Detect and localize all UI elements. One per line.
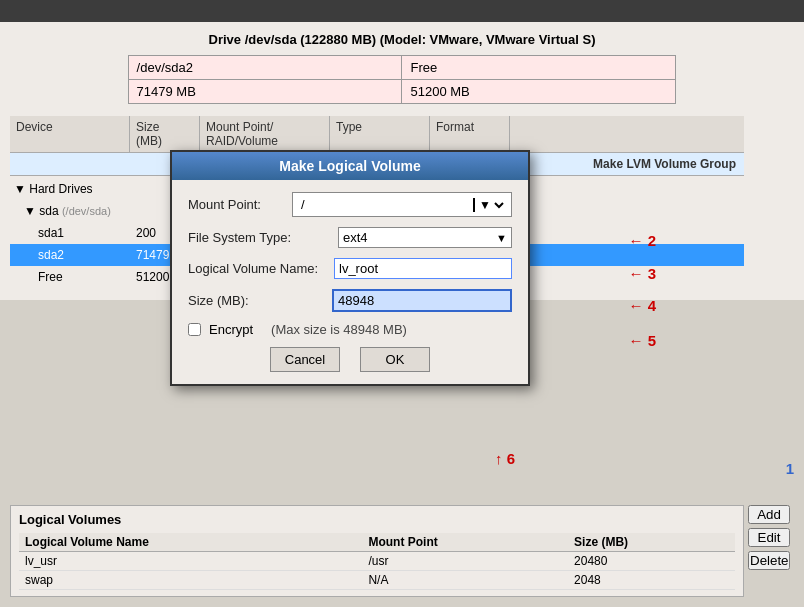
- modal-body: Mount Point: ▼ File System Type: ext4 ▼ …: [172, 180, 528, 384]
- lv-table-body: lv_usr /usr 20480 swap N/A 2048: [19, 552, 735, 590]
- lv-table-header: Logical Volume Name Mount Point Size (MB…: [19, 533, 735, 552]
- lv-mount-cell: /usr: [362, 552, 568, 571]
- lv-col-mount: Mount Point: [362, 533, 568, 552]
- add-button[interactable]: Add: [748, 505, 790, 524]
- modal-title: Make Logical Volume: [172, 152, 528, 180]
- col-device: Device: [10, 116, 130, 152]
- lv-table: Logical Volume Name Mount Point Size (MB…: [19, 533, 735, 590]
- col-size: Size(MB): [130, 116, 200, 152]
- bottom-section: Logical Volumes Logical Volume Name Moun…: [0, 501, 804, 607]
- drive-row-1: /dev/sda2 Free: [128, 56, 676, 80]
- lv-col-size: Size (MB): [568, 533, 735, 552]
- lv-mount-cell: N/A: [362, 571, 568, 590]
- lv-name-row: Logical Volume Name:: [188, 258, 512, 279]
- mount-point-input[interactable]: [297, 195, 473, 214]
- drive-free-size: 51200 MB: [402, 80, 676, 104]
- lv-table-row[interactable]: swap N/A 2048: [19, 571, 735, 590]
- mount-point-label: Mount Point:: [188, 197, 292, 212]
- drive-info-table: /dev/sda2 Free 71479 MB 51200 MB: [128, 55, 677, 104]
- mount-point-row: Mount Point: ▼: [188, 192, 512, 217]
- device-sda1: sda1: [10, 224, 130, 242]
- drive-device: /dev/sda2: [128, 56, 402, 80]
- logical-volumes-section: Logical Volumes Logical Volume Name Moun…: [10, 505, 744, 597]
- encrypt-label[interactable]: Encrypt: [209, 322, 253, 337]
- col-format: Format: [430, 116, 510, 152]
- filesystem-dropdown-arrow[interactable]: ▼: [496, 232, 507, 244]
- edit-button[interactable]: Edit: [748, 528, 790, 547]
- filesystem-type-row: File System Type: ext4 ▼: [188, 227, 512, 248]
- modal-buttons: Cancel OK: [188, 347, 512, 372]
- ok-button[interactable]: OK: [360, 347, 430, 372]
- drive-free-label: Free: [402, 56, 676, 80]
- lv-name-input[interactable]: [334, 258, 512, 279]
- col-type: Type: [330, 116, 430, 152]
- top-bar: [0, 0, 804, 22]
- lv-action-buttons: Add Edit Delete: [744, 501, 794, 597]
- lv-size-cell: 20480: [568, 552, 735, 571]
- lv-table-row[interactable]: lv_usr /usr 20480: [19, 552, 735, 571]
- partition-header: Device Size(MB) Mount Point/RAID/Volume …: [10, 116, 744, 153]
- annotation-arrow-1: 1: [786, 460, 794, 477]
- encrypt-checkbox[interactable]: [188, 323, 201, 336]
- size-input[interactable]: [332, 289, 512, 312]
- filesystem-type-label: File System Type:: [188, 230, 338, 245]
- drive-row-2: 71479 MB 51200 MB: [128, 80, 676, 104]
- delete-button[interactable]: Delete: [748, 551, 790, 570]
- col-mount: Mount Point/RAID/Volume: [200, 116, 330, 152]
- lv-size-cell: 2048: [568, 571, 735, 590]
- annotation-arrow-6: ↑ 6: [495, 450, 515, 467]
- max-size-text: (Max size is 48948 MB): [271, 322, 407, 337]
- device-sda2: sda2: [10, 246, 130, 264]
- lv-name-cell: lv_usr: [19, 552, 362, 571]
- filesystem-type-value: ext4: [343, 230, 368, 245]
- size-row: Size (MB):: [188, 289, 512, 312]
- mount-point-select[interactable]: ▼: [475, 197, 507, 213]
- drive-info-title: Drive /dev/sda (122880 MB) (Model: VMwar…: [10, 32, 794, 47]
- modal-make-logical-volume: Make Logical Volume Mount Point: ▼ File …: [170, 150, 530, 386]
- tree-label-hard-drives: ▼ Hard Drives: [10, 180, 130, 198]
- device-free: Free: [10, 268, 130, 286]
- size-label: Size (MB):: [188, 293, 332, 308]
- annotation-arrow-5: ← 5: [628, 332, 656, 349]
- tree-label-sda: ▼ sda (/dev/sda): [10, 202, 130, 220]
- drive-size: 71479 MB: [128, 80, 402, 104]
- lv-section-title: Logical Volumes: [19, 512, 735, 527]
- lv-name-label: Logical Volume Name:: [188, 261, 334, 276]
- lv-col-name: Logical Volume Name: [19, 533, 362, 552]
- encrypt-row: Encrypt (Max size is 48948 MB): [188, 322, 512, 337]
- cancel-button[interactable]: Cancel: [270, 347, 340, 372]
- lv-name-cell: swap: [19, 571, 362, 590]
